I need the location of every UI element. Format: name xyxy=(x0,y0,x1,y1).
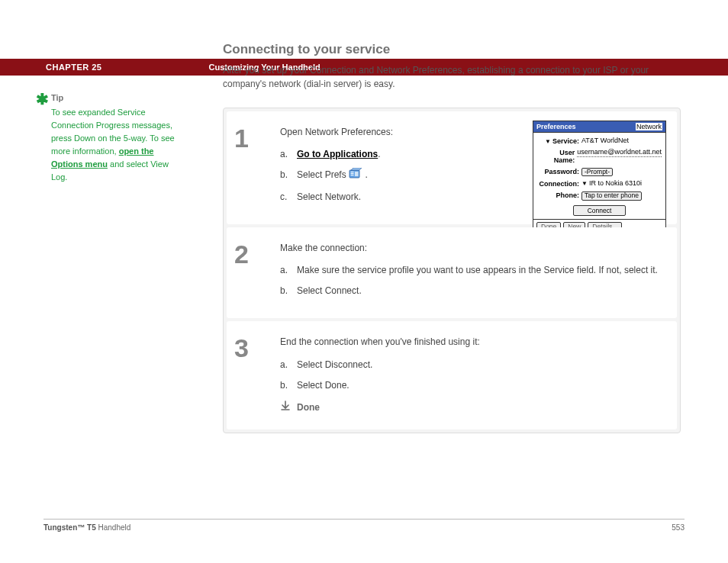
scr-phone-box: Tap to enter phone xyxy=(581,191,642,200)
section-intro: After you set up your Connection and Net… xyxy=(223,63,681,91)
asterisk-icon: ✱ xyxy=(36,88,49,111)
scr-title-left: Preferences xyxy=(536,123,576,130)
list-item: a. Select Disconnect. xyxy=(280,358,662,372)
step-3: 3 End the connection when you've finishe… xyxy=(227,321,677,429)
step-1: 1 Open Network Preferences: a. Go to App… xyxy=(227,111,677,224)
prefs-icon xyxy=(349,168,362,183)
tip-text-before: To see expanded Service Connection Progr… xyxy=(51,108,175,156)
done-label: Done xyxy=(297,401,320,415)
list-item: a. Make sure the service profile you wan… xyxy=(280,263,662,278)
page-footer: Tungsten™ T5 Handheld 553 xyxy=(0,519,728,532)
svg-rect-2 xyxy=(351,173,354,174)
link-go-to-applications[interactable]: Go to Applications xyxy=(297,149,378,159)
step-number: 1 xyxy=(234,125,280,211)
tip-box: ✱ Tip To see expanded Service Connection… xyxy=(37,92,175,184)
svg-rect-4 xyxy=(355,172,359,176)
section-heading: Connecting to your service xyxy=(223,42,685,57)
step-2: 2 Make the connection: a. Make sure the … xyxy=(227,227,677,319)
tip-label: Tip xyxy=(51,92,175,105)
step-head: Make the connection: xyxy=(280,241,662,256)
scr-title-right: Network xyxy=(636,123,662,130)
tip-body: To see expanded Service Connection Progr… xyxy=(51,106,175,184)
list-item: b. Select Done. xyxy=(280,378,662,393)
svg-rect-1 xyxy=(351,172,354,172)
step-number: 2 xyxy=(234,241,280,305)
steps-container: 1 Open Network Preferences: a. Go to App… xyxy=(223,108,681,433)
done-indicator: Done xyxy=(280,401,662,416)
footer-product: Tungsten™ T5 Handheld xyxy=(43,523,130,532)
step-number: 3 xyxy=(234,335,280,416)
scr-password-box: -Prompt- xyxy=(581,168,613,176)
device-screenshot: Preferences Network ▼Service: AT&T World… xyxy=(533,121,666,231)
page-number: 553 xyxy=(672,523,685,532)
done-arrow-icon xyxy=(280,401,291,416)
step-head: End the connection when you've finished … xyxy=(280,335,662,349)
scr-connect-button: Connect xyxy=(573,205,627,216)
list-item: b. Select Connect. xyxy=(280,284,662,298)
svg-rect-3 xyxy=(351,175,354,175)
